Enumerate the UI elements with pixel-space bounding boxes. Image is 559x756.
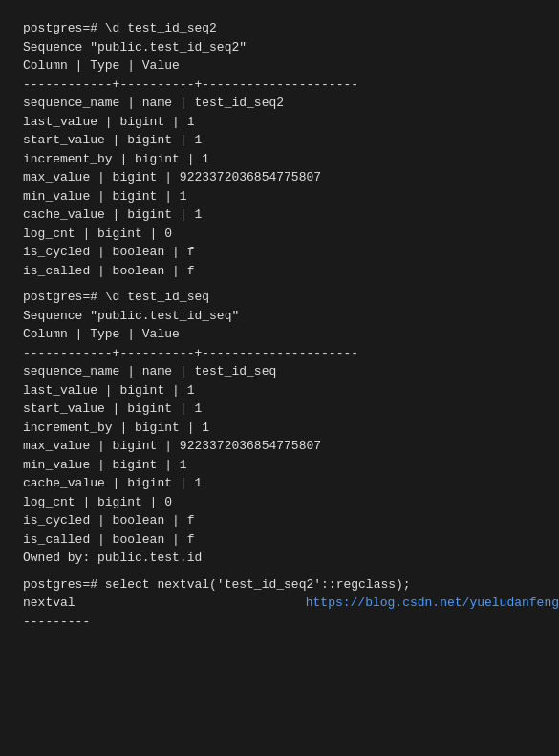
block1-row-5: max_value | bigint | 9223372036854775807 xyxy=(23,168,559,187)
block1-header: Column | Type | Value xyxy=(23,56,559,76)
block2-row-7: cache_value | bigint | 1 xyxy=(23,474,559,493)
block1-row-2: last_value | bigint | 1 xyxy=(23,113,559,132)
block1-row-4: increment_by | bigint | 1 xyxy=(23,150,559,169)
block2-owned-by: Owned by: public.test.id xyxy=(23,549,559,568)
block2-row-4: increment_by | bigint | 1 xyxy=(23,419,559,438)
block1-row-7: cache_value | bigint | 1 xyxy=(23,205,559,225)
block2-separator: ------------+----------+----------------… xyxy=(23,344,559,363)
block3-result-header: nextval https://blog.csdn.net/yueludanfe… xyxy=(23,594,559,613)
block3-result-separator: --------- xyxy=(23,613,559,632)
block1-row-10: is_called | boolean | f xyxy=(23,262,559,281)
block1-title: Sequence "public.test_id_seq2" xyxy=(23,38,559,57)
block1-row-8: log_cnt | bigint | 0 xyxy=(23,225,559,244)
block1-row-3: start_value | bigint | 1 xyxy=(23,131,559,150)
block1-row-1: sequence_name | name | test_id_seq2 xyxy=(23,94,559,113)
block2-row-5: max_value | bigint | 9223372036854775807 xyxy=(23,437,559,456)
terminal-window: postgres=# \d test_id_seq2 Sequence "pub… xyxy=(11,10,559,756)
watermark: https://blog.csdn.net/yueludanfeng xyxy=(306,594,559,613)
block2-row-9: is_cycled | boolean | f xyxy=(23,511,559,530)
block1-separator: ------------+----------+----------------… xyxy=(23,76,559,95)
block1-row-9: is_cycled | boolean | f xyxy=(23,243,559,262)
block2-header: Column | Type | Value xyxy=(23,325,559,344)
block2-row-3: start_value | bigint | 1 xyxy=(23,400,559,419)
block2-title: Sequence "public.test_id_seq" xyxy=(23,307,559,326)
block2-row-8: log_cnt | bigint | 0 xyxy=(23,493,559,512)
block3-command: postgres=# select nextval('test_id_seq2'… xyxy=(23,575,559,594)
block2-row-2: last_value | bigint | 1 xyxy=(23,381,559,400)
block1-row-6: min_value | bigint | 1 xyxy=(23,187,559,206)
block2-row-1: sequence_name | name | test_id_seq xyxy=(23,362,559,381)
block1-command: postgres=# \d test_id_seq2 xyxy=(23,19,559,38)
block2-command: postgres=# \d test_id_seq xyxy=(23,288,559,307)
block2-row-10: is_called | boolean | f xyxy=(23,530,559,550)
prompt-text: postgres=# \d test_id_seq2 xyxy=(23,21,217,35)
block2-row-6: min_value | bigint | 1 xyxy=(23,456,559,475)
